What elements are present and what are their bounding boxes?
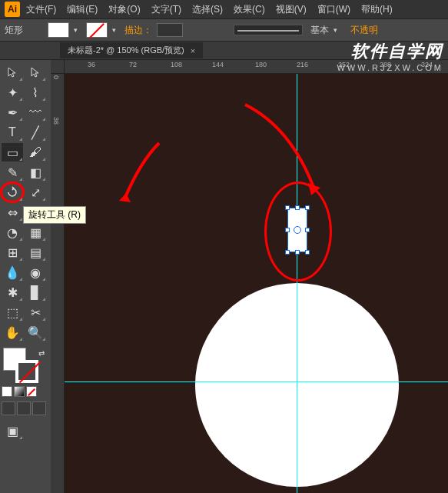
eyedropper-tool[interactable]: 💧	[2, 263, 23, 281]
stroke-label: 描边：	[124, 24, 152, 37]
menu-type[interactable]: 文字(T)	[147, 2, 186, 18]
ruler-tick: 180	[255, 61, 267, 68]
style-dropdown-icon[interactable]: ▾	[334, 26, 341, 34]
color-mode-solid[interactable]	[2, 386, 12, 397]
perspective-grid-tool[interactable]: ▦	[25, 223, 46, 242]
fill-swatch[interactable]	[48, 22, 69, 38]
draw-inside[interactable]	[32, 401, 46, 415]
toolbox: ✦ ⌇ ✒ 〰 T ╱ ▭ 🖌 ✎ ◧ ⤢ ⇔ ⬚ ◔ ▦	[0, 60, 51, 493]
vertical-ruler[interactable]: 0 36	[51, 74, 65, 493]
width-tool[interactable]: ⇔	[2, 203, 23, 222]
menu-select[interactable]: 选择(S)	[187, 2, 227, 18]
stroke-swatch[interactable]	[86, 22, 108, 38]
scale-tool[interactable]: ⤢	[25, 183, 46, 202]
gradient-tool[interactable]: ▤	[25, 243, 46, 261]
control-bar: 矩形 ▾ ▾ 描边： 基本 ▾ 不透明	[0, 18, 448, 42]
menu-file[interactable]: 文件(F)	[22, 2, 61, 18]
hand-tool[interactable]: ✋	[2, 323, 23, 341]
main-area: ✦ ⌇ ✒ 〰 T ╱ ▭ 🖌 ✎ ◧ ⤢ ⇔ ⬚ ◔ ▦	[0, 60, 448, 493]
annotation-arrow	[117, 139, 163, 208]
ruler-tick: 36	[52, 117, 60, 125]
shape-type-label: 矩形	[5, 24, 23, 37]
watermark: 软件自学网 WWW.RJZXW.COM	[337, 40, 443, 72]
stroke-weight-input[interactable]	[157, 23, 183, 37]
canvas[interactable]	[65, 74, 448, 493]
annotation-arrow	[237, 97, 330, 205]
horizontal-guide[interactable]	[65, 381, 448, 382]
slice-tool[interactable]: ✂	[25, 303, 46, 321]
menu-window[interactable]: 窗口(W)	[313, 2, 355, 18]
lasso-tool[interactable]: ⌇	[25, 83, 46, 102]
canvas-wrap: 36 72 108 144 180 216 252 288 324 0 36	[51, 60, 448, 493]
mesh-tool[interactable]: ⊞	[2, 243, 23, 261]
eraser-tool[interactable]: ◧	[25, 163, 46, 182]
opacity-label[interactable]: 不透明	[350, 24, 378, 37]
symbol-sprayer-tool[interactable]: ✱	[2, 283, 23, 301]
menu-object[interactable]: 对象(O)	[104, 2, 144, 18]
artboard-tool[interactable]: ⬚	[2, 303, 23, 321]
app-logo: Ai	[5, 2, 20, 17]
stroke-color-swatch[interactable]	[15, 360, 38, 383]
line-tool[interactable]: ╱	[25, 123, 46, 142]
menu-help[interactable]: 帮助(H)	[357, 2, 397, 18]
ruler-tick: 36	[88, 61, 95, 68]
draw-normal[interactable]	[2, 401, 15, 415]
direct-selection-tool[interactable]	[25, 63, 46, 82]
ruler-tick: 72	[129, 61, 137, 68]
rectangle-tool[interactable]: ▭	[2, 143, 23, 162]
curvature-tool[interactable]: 〰	[25, 103, 46, 122]
stroke-dropdown-icon[interactable]: ▾	[112, 26, 120, 34]
document-tab-title: 未标题-2* @ 150% (RGB/预览)	[68, 45, 184, 56]
ruler-origin[interactable]	[51, 60, 65, 74]
fill-stroke-control[interactable]: ⇄	[2, 348, 49, 381]
magic-wand-tool[interactable]: ✦	[2, 83, 23, 102]
ruler-tick: 0	[52, 75, 60, 79]
tab-close-button[interactable]: ×	[191, 46, 195, 55]
pencil-tool[interactable]: ✎	[2, 163, 23, 182]
basic-label[interactable]: 基本	[310, 24, 329, 37]
menu-view[interactable]: 视图(V)	[271, 2, 311, 18]
type-tool[interactable]: T	[2, 123, 23, 142]
color-mode-none[interactable]	[26, 386, 37, 397]
menu-bar: Ai 文件(F) 编辑(E) 对象(O) 文字(T) 选择(S) 效果(C) 视…	[0, 0, 448, 18]
draw-behind[interactable]	[17, 401, 31, 415]
watermark-title: 软件自学网	[337, 40, 443, 63]
screen-mode-tool[interactable]: ▣	[2, 421, 23, 440]
ruler-tick: 144	[212, 61, 224, 68]
color-mode-row	[2, 386, 49, 397]
ruler-tick: 108	[171, 61, 182, 68]
ruler-tick: 216	[297, 61, 308, 68]
blend-tool[interactable]: ◉	[25, 263, 46, 281]
column-graph-tool[interactable]: ▊	[25, 283, 46, 301]
menu-edit[interactable]: 编辑(E)	[62, 2, 102, 18]
stroke-style-preview[interactable]	[234, 25, 303, 35]
pen-tool[interactable]: ✒	[2, 103, 23, 122]
swap-fill-stroke-icon[interactable]: ⇄	[38, 349, 45, 358]
watermark-url: WWW.RJZXW.COM	[337, 63, 443, 72]
menu-effect[interactable]: 效果(C)	[229, 2, 270, 18]
rotate-tool[interactable]	[2, 183, 23, 202]
color-mode-gradient[interactable]	[14, 386, 25, 397]
draw-mode-row	[2, 401, 49, 415]
document-tab[interactable]: 未标题-2* @ 150% (RGB/预览) ×	[60, 42, 203, 58]
shape-builder-tool[interactable]: ◔	[2, 223, 23, 242]
fill-dropdown-icon[interactable]: ▾	[74, 26, 81, 34]
selection-tool[interactable]	[2, 63, 23, 82]
zoom-tool[interactable]: 🔍	[25, 323, 46, 341]
paintbrush-tool[interactable]: 🖌	[25, 143, 46, 162]
rotate-tool-tooltip: 旋转工具 (R)	[23, 206, 86, 224]
